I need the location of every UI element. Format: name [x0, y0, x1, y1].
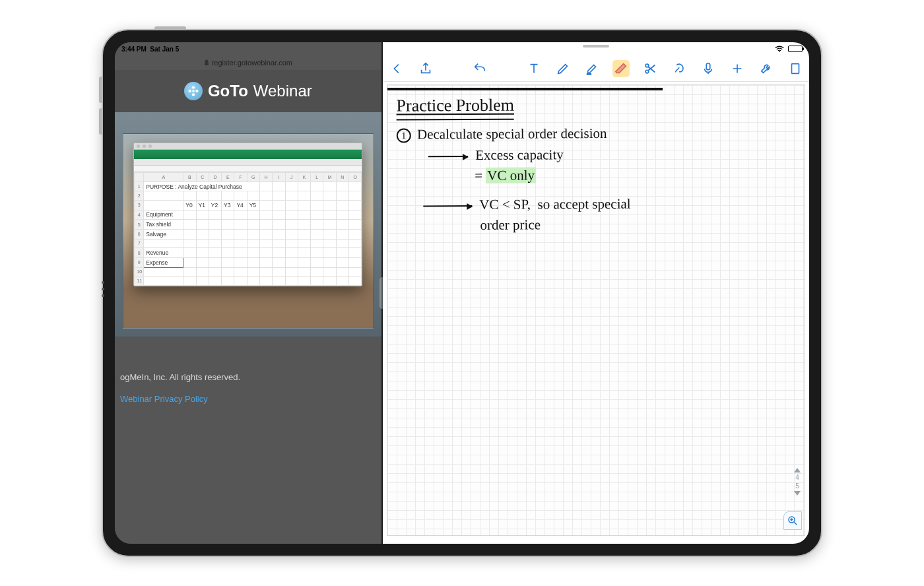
note-canvas[interactable]: Practice Problem 1 Decalculate special o… — [387, 84, 805, 536]
svg-rect-8 — [706, 63, 710, 69]
settings-wrench-button[interactable] — [758, 60, 775, 77]
ipad-screen: 3:44 PM Sat Jan 5 register.gotowebinar.c… — [115, 42, 809, 544]
notes-toolbar — [383, 55, 809, 82]
battery-icon — [788, 46, 803, 52]
note-title: Practice Problem — [396, 92, 514, 121]
webinar-brand-header: GoToWebinar — [115, 70, 381, 112]
highlighter-tool-button[interactable] — [583, 60, 601, 77]
split-view-divider[interactable] — [381, 42, 383, 544]
excel-toolbar — [134, 159, 362, 166]
wifi-icon — [775, 46, 784, 52]
page-number-bottom: 5 — [795, 482, 799, 490]
ipad-power-button — [154, 26, 186, 30]
svg-point-5 — [779, 51, 780, 52]
undo-button[interactable] — [471, 60, 488, 77]
ipad-volume-up — [99, 77, 103, 103]
eraser-tool-button[interactable] — [612, 60, 630, 77]
svg-point-2 — [188, 90, 191, 92]
safari-url-text: register.gotowebinar.com — [212, 59, 292, 67]
arrow-icon — [428, 156, 468, 157]
status-bar-left: 3:44 PM Sat Jan 5 — [115, 42, 381, 55]
svg-point-0 — [192, 86, 195, 88]
page-down-icon[interactable] — [794, 491, 801, 496]
svg-point-7 — [645, 70, 649, 73]
svg-point-6 — [645, 64, 649, 67]
note-line-2: Excess capacity — [475, 146, 564, 163]
page-up-icon[interactable] — [794, 468, 801, 472]
svg-rect-9 — [792, 63, 799, 73]
note-line-4a: VC < SP, — [479, 196, 531, 212]
ipad-volume-down — [99, 108, 103, 135]
ipad-speaker-dots — [102, 281, 104, 321]
note-line-3-highlight: VC only — [486, 167, 536, 183]
add-button[interactable] — [729, 60, 746, 77]
page-button[interactable] — [787, 60, 804, 77]
multitask-grabber-icon[interactable] — [583, 45, 609, 48]
zoom-button[interactable] — [783, 511, 802, 530]
lasso-tool-button[interactable] — [671, 60, 688, 77]
text-tool-button[interactable] — [525, 60, 543, 77]
handwritten-content: Practice Problem 1 Decalculate special o… — [396, 90, 798, 236]
notes-pane: Practice Problem 1 Decalculate special o… — [383, 42, 809, 544]
note-line-4b: so accept special — [537, 195, 630, 212]
footer-privacy-link[interactable]: Webinar Privacy Policy — [120, 394, 381, 404]
excel-selected-cell: Expense — [144, 257, 183, 267]
note-line-1: Decalculate special order decision — [417, 125, 607, 143]
webinar-footer: ogMeIn, Inc. All rights reserved. Webina… — [115, 337, 381, 404]
zoom-in-icon — [787, 515, 799, 527]
brand-light: Webinar — [253, 82, 312, 100]
excel-titlebar — [134, 143, 362, 150]
excel-window: A BC DE FG HI JK LM NO 1PURPOSE : Analyz… — [133, 143, 362, 286]
webinar-page: GoToWebinar — [115, 70, 381, 544]
svg-point-1 — [192, 93, 195, 96]
webinar-hero: A BC DE FG HI JK LM NO 1PURPOSE : Analyz… — [115, 112, 381, 337]
lock-icon — [204, 59, 209, 66]
arrow-icon — [423, 205, 472, 207]
excel-purpose: PURPOSE : Analyze Capital Purchase — [144, 181, 260, 191]
ipad-frame: 3:44 PM Sat Jan 5 register.gotowebinar.c… — [102, 29, 822, 557]
status-time: 3:44 PM Sat Jan 5 — [121, 46, 179, 53]
safari-pane: 3:44 PM Sat Jan 5 register.gotowebinar.c… — [115, 42, 381, 544]
svg-point-3 — [195, 90, 198, 92]
split-handle-icon[interactable] — [380, 277, 385, 309]
excel-ribbon — [134, 150, 362, 159]
status-bar-right — [383, 42, 809, 55]
share-button[interactable] — [417, 60, 434, 77]
note-line-5: order price — [480, 216, 541, 232]
svg-point-4 — [192, 90, 195, 92]
scissors-tool-button[interactable] — [642, 60, 659, 77]
brand-bold: GoTo — [208, 82, 248, 100]
gotowebinar-logo-icon — [184, 82, 203, 100]
mic-button[interactable] — [700, 60, 717, 77]
pen-tool-button[interactable] — [554, 60, 572, 77]
safari-url-bar[interactable]: register.gotowebinar.com — [115, 55, 381, 70]
page-number-top: 4 — [795, 474, 799, 481]
back-button[interactable] — [388, 60, 405, 77]
equals-sign: = — [475, 168, 482, 183]
list-number-1: 1 — [397, 128, 411, 143]
footer-rights: ogMeIn, Inc. All rights reserved. — [120, 372, 381, 382]
home-indicator[interactable] — [383, 537, 541, 540]
excel-grid: A BC DE FG HI JK LM NO 1PURPOSE : Analyz… — [134, 172, 362, 286]
page-scroll-indicator[interactable]: 4 5 — [791, 468, 803, 496]
excel-formula-bar — [134, 166, 362, 172]
ruler-marker — [387, 88, 663, 90]
